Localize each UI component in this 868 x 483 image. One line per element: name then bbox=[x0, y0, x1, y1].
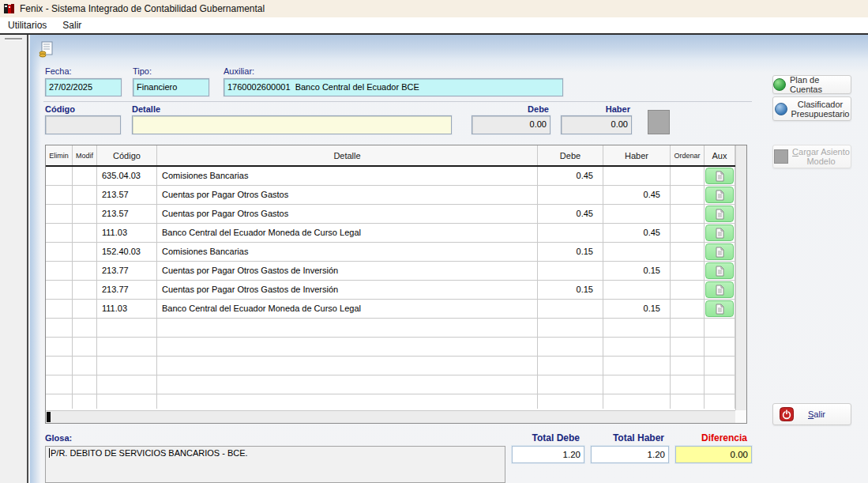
aux-cell bbox=[705, 300, 735, 318]
codigo-cell: 213.57 bbox=[97, 205, 157, 223]
modif-cell[interactable] bbox=[73, 319, 97, 337]
document-icon bbox=[715, 266, 724, 277]
table-row[interactable]: 152.40.03 Comisiones Bancarias 0.15 bbox=[46, 243, 746, 262]
elimin-cell[interactable] bbox=[46, 338, 73, 356]
total-haber-label: Total Haber bbox=[591, 432, 664, 443]
modif-cell[interactable] bbox=[73, 262, 97, 280]
auxiliar-field[interactable]: 1760002600001 Banco Central del Ecuador … bbox=[224, 78, 563, 96]
table-row[interactable] bbox=[46, 338, 746, 357]
add-entry-button[interactable] bbox=[648, 110, 670, 134]
aux-button[interactable] bbox=[705, 168, 734, 184]
aux-cell bbox=[705, 224, 735, 242]
modif-cell[interactable] bbox=[73, 375, 97, 394]
haber-entry-input[interactable]: 0.00 bbox=[561, 115, 632, 134]
ordenar-cell bbox=[671, 167, 705, 185]
modif-cell[interactable] bbox=[73, 167, 97, 185]
menu-salir[interactable]: Salir bbox=[54, 18, 89, 32]
modif-cell[interactable] bbox=[73, 338, 97, 356]
debe-entry-input[interactable]: 0.00 bbox=[472, 115, 550, 134]
elimin-cell[interactable] bbox=[46, 243, 73, 261]
grid-vertical-scrollbar[interactable] bbox=[735, 145, 746, 410]
table-row[interactable]: 111.03 Banco Central del Ecuador Moneda … bbox=[46, 300, 746, 319]
modif-cell[interactable] bbox=[73, 186, 97, 204]
elimin-cell[interactable] bbox=[46, 319, 73, 337]
modif-cell[interactable] bbox=[73, 205, 97, 223]
elimin-cell[interactable] bbox=[46, 224, 73, 242]
glosa-label: Glosa: bbox=[45, 433, 72, 443]
elimin-cell[interactable] bbox=[46, 262, 73, 280]
grid-horizontal-scrollbar[interactable] bbox=[46, 410, 735, 423]
modif-cell[interactable] bbox=[73, 281, 97, 299]
glosa-textarea[interactable]: P/R. DEBITO DE SERVICIOS BANCARIOS - BCE… bbox=[45, 446, 505, 483]
aux-button[interactable] bbox=[705, 262, 734, 279]
aux-button[interactable] bbox=[705, 225, 734, 241]
elimin-cell[interactable] bbox=[46, 167, 73, 185]
ordenar-cell bbox=[671, 186, 705, 204]
plan-de-cuentas-button[interactable]: Plan de Cuentas bbox=[772, 75, 851, 94]
table-row[interactable]: 213.57 Cuentas por Pagar Otros Gastos 0.… bbox=[46, 186, 746, 205]
salir-button[interactable]: Salir bbox=[772, 403, 851, 425]
elimin-cell[interactable] bbox=[46, 394, 73, 409]
table-row[interactable]: 111.03 Banco Central del Ecuador Moneda … bbox=[46, 224, 746, 243]
aux-button[interactable] bbox=[705, 243, 734, 260]
modif-cell[interactable] bbox=[73, 357, 97, 375]
grid-header: Elimin Modif Código Detalle Debe Haber O… bbox=[46, 145, 746, 167]
elimin-cell[interactable] bbox=[46, 357, 73, 375]
modif-cell[interactable] bbox=[73, 394, 97, 409]
codigo-cell bbox=[97, 338, 157, 356]
scrollbar-corner bbox=[735, 410, 746, 423]
elimin-cell[interactable] bbox=[46, 281, 73, 299]
haber-cell: 0.15 bbox=[603, 262, 671, 280]
table-row[interactable]: 213.77 Cuentas por Pagar Otros Gastos de… bbox=[46, 281, 746, 300]
document-icon bbox=[715, 304, 724, 315]
modif-cell[interactable] bbox=[73, 300, 97, 318]
table-row[interactable] bbox=[46, 394, 746, 409]
new-entry-icon[interactable] bbox=[38, 41, 55, 58]
ordenar-cell bbox=[671, 205, 705, 223]
document-icon bbox=[715, 171, 724, 182]
left-dock-panel bbox=[0, 35, 28, 483]
tipo-label: Tipo: bbox=[133, 66, 152, 76]
debe-cell bbox=[538, 357, 603, 375]
detalle-entry-input[interactable] bbox=[132, 115, 452, 134]
ordenar-cell bbox=[671, 319, 705, 337]
debe-cell bbox=[538, 375, 603, 394]
table-row[interactable] bbox=[46, 375, 746, 394]
codigo-cell: 111.03 bbox=[97, 224, 157, 242]
table-row[interactable]: 213.57 Cuentas por Pagar Otros Gastos 0.… bbox=[46, 205, 746, 224]
aux-button[interactable] bbox=[705, 187, 734, 203]
cargar-asiento-modelo-button[interactable]: Cargar Asiento Modelo bbox=[772, 145, 851, 168]
haber-entry-label: Haber bbox=[561, 104, 630, 114]
clasificador-presupuestario-button[interactable]: Clasificador Presupuestario bbox=[772, 96, 851, 121]
elimin-cell[interactable] bbox=[46, 375, 73, 394]
table-row[interactable] bbox=[46, 319, 746, 338]
fecha-label: Fecha: bbox=[45, 66, 72, 76]
aux-button[interactable] bbox=[705, 300, 734, 317]
ordenar-cell bbox=[671, 262, 705, 280]
table-row[interactable]: 213.77 Cuentas por Pagar Otros Gastos de… bbox=[46, 262, 746, 281]
dock-grip[interactable] bbox=[5, 38, 22, 40]
elimin-cell[interactable] bbox=[46, 186, 73, 204]
aux-button[interactable] bbox=[705, 281, 734, 298]
menubar: Utilitarios Salir bbox=[0, 17, 868, 33]
aux-button[interactable] bbox=[705, 206, 734, 222]
section-divider bbox=[43, 101, 752, 102]
elimin-cell[interactable] bbox=[46, 300, 73, 318]
codigo-entry-input[interactable] bbox=[45, 115, 121, 134]
aux-cell bbox=[705, 357, 735, 375]
detalle-cell: Cuentas por Pagar Otros Gastos bbox=[157, 186, 538, 204]
scrollbar-thumb[interactable] bbox=[47, 412, 51, 422]
elimin-cell[interactable] bbox=[46, 205, 73, 223]
table-row[interactable]: 635.04.03 Comisiones Bancarias 0.45 bbox=[46, 167, 746, 186]
modif-cell[interactable] bbox=[73, 224, 97, 242]
glosa-text: P/R. DEBITO DE SERVICIOS BANCARIOS - BCE… bbox=[51, 448, 248, 458]
detalle-cell: Cuentas por Pagar Otros Gastos bbox=[157, 205, 538, 223]
tipo-field[interactable]: Financiero bbox=[133, 78, 209, 96]
debe-cell: 0.45 bbox=[538, 205, 603, 223]
menu-utilitarios[interactable]: Utilitarios bbox=[0, 18, 54, 32]
fecha-field[interactable]: 27/02/2025 bbox=[45, 78, 122, 96]
grid-body: 635.04.03 Comisiones Bancarias 0.45 bbox=[46, 167, 746, 409]
power-icon bbox=[780, 407, 794, 421]
modif-cell[interactable] bbox=[73, 243, 97, 261]
table-row[interactable] bbox=[46, 357, 746, 375]
